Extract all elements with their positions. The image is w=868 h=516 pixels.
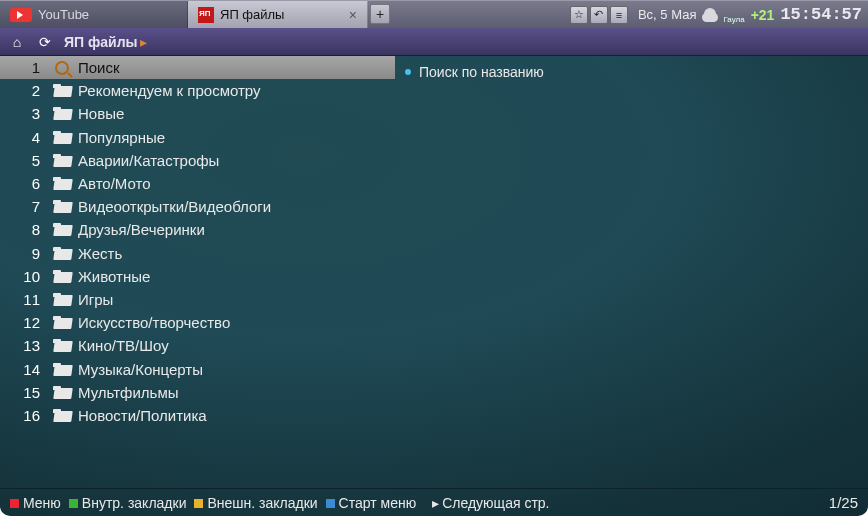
row-label: Рекомендуем к просмотру	[74, 82, 261, 99]
status-city: Гаула	[723, 15, 744, 24]
row-number: 10	[0, 268, 50, 285]
list-item[interactable]: 9Жесть	[0, 242, 395, 265]
folder-icon	[50, 293, 74, 306]
back-icon[interactable]: ↶	[590, 6, 608, 24]
folder-icon	[50, 223, 74, 236]
green-dot-icon	[69, 499, 78, 508]
folder-icon	[50, 154, 74, 167]
row-label: Популярные	[74, 129, 165, 146]
list-item[interactable]: 10Животные	[0, 265, 395, 288]
row-number: 1	[0, 59, 50, 76]
list-column: 1Поиск2Рекомендуем к просмотру3Новые4Поп…	[0, 56, 395, 488]
yellow-dot-icon	[194, 499, 203, 508]
chevron-right-icon: ▸	[140, 34, 147, 50]
list-item[interactable]: 15Мультфильмы	[0, 381, 395, 404]
row-label: Поиск	[74, 59, 120, 76]
folder-icon	[50, 107, 74, 120]
row-number: 12	[0, 314, 50, 331]
row-label: Аварии/Катастрофы	[74, 152, 219, 169]
row-number: 13	[0, 337, 50, 354]
row-label: Новости/Политика	[74, 407, 207, 424]
detail-description: Поиск по названию	[419, 64, 544, 80]
tab-label: YouTube	[38, 7, 89, 22]
folder-icon	[50, 339, 74, 352]
folder-icon	[50, 409, 74, 422]
new-tab-button[interactable]: +	[370, 4, 390, 24]
folder-icon	[50, 270, 74, 283]
list-item[interactable]: 3Новые	[0, 102, 395, 125]
row-number: 3	[0, 105, 50, 122]
list-item[interactable]: 13Кино/ТВ/Шоу	[0, 334, 395, 357]
folder-icon	[50, 363, 74, 376]
list-item[interactable]: 4Популярные	[0, 126, 395, 149]
arrow-right-icon: ▸	[432, 495, 439, 511]
row-label: Новые	[74, 105, 124, 122]
folder-icon	[50, 247, 74, 260]
row-number: 2	[0, 82, 50, 99]
folder-icon	[50, 131, 74, 144]
list-item[interactable]: 16Новости/Политика	[0, 404, 395, 427]
row-label: Жесть	[74, 245, 122, 262]
red-dot-icon	[10, 499, 19, 508]
tab-controls: ☆ ↶ ≡	[570, 1, 632, 28]
row-number: 7	[0, 198, 50, 215]
list-item[interactable]: 2Рекомендуем к просмотру	[0, 79, 395, 102]
legend-menu: Меню	[10, 495, 61, 511]
folder-icon	[50, 84, 74, 97]
blue-dot-icon	[326, 499, 335, 508]
folder-icon	[50, 316, 74, 329]
search-icon	[50, 61, 74, 75]
row-number: 15	[0, 384, 50, 401]
row-label: Игры	[74, 291, 113, 308]
list-item[interactable]: 8Друзья/Вечеринки	[0, 218, 395, 241]
row-number: 8	[0, 221, 50, 238]
list-item[interactable]: 7Видеооткрытки/Видеоблоги	[0, 195, 395, 218]
folder-icon	[50, 200, 74, 213]
list-item[interactable]: 14Музыка/Концерты	[0, 357, 395, 380]
detail-pane: Поиск по названию	[395, 56, 868, 488]
legend-internal-bookmarks: Внутр. закладки	[69, 495, 187, 511]
row-number: 6	[0, 175, 50, 192]
legend-bar: Меню Внутр. закладки Внешн. закладки Ста…	[0, 488, 868, 516]
row-label: Видеооткрытки/Видеоблоги	[74, 198, 271, 215]
legend-start-menu: Старт меню	[326, 495, 417, 511]
toolbar: ⌂ ⟳ ЯП файлы▸	[0, 28, 868, 56]
list-item[interactable]: 11Игры	[0, 288, 395, 311]
row-number: 5	[0, 152, 50, 169]
favorite-icon[interactable]: ☆	[570, 6, 588, 24]
list-item[interactable]: 5Аварии/Катастрофы	[0, 149, 395, 172]
close-tab-icon[interactable]: ×	[349, 7, 357, 23]
row-number: 14	[0, 361, 50, 378]
tab-yap-files[interactable]: ЯП файлы ×	[188, 1, 368, 28]
tab-bar: YouTube ЯП файлы × + ☆ ↶ ≡ Вс, 5 Мая Гау…	[0, 0, 868, 28]
menu-icon[interactable]: ≡	[610, 6, 628, 24]
page-indicator: 1/25	[829, 494, 858, 511]
tab-youtube[interactable]: YouTube	[0, 1, 188, 28]
row-label: Авто/Мото	[74, 175, 151, 192]
row-number: 4	[0, 129, 50, 146]
status-date: Вс, 5 Мая	[638, 7, 696, 22]
breadcrumb-label: ЯП файлы	[64, 34, 138, 50]
status-time: 15:54:57	[780, 5, 862, 24]
list-item[interactable]: 1Поиск	[0, 56, 395, 79]
row-label: Животные	[74, 268, 150, 285]
row-label: Музыка/Концерты	[74, 361, 203, 378]
list-item[interactable]: 12Искусство/творчество	[0, 311, 395, 334]
folder-icon	[50, 177, 74, 190]
tab-label: ЯП файлы	[220, 7, 284, 22]
status-temp: +21	[751, 7, 775, 23]
row-number: 9	[0, 245, 50, 262]
category-list: 1Поиск2Рекомендуем к просмотру3Новые4Поп…	[0, 56, 395, 427]
yap-icon	[198, 7, 214, 23]
row-number: 11	[0, 291, 50, 308]
row-label: Мультфильмы	[74, 384, 178, 401]
row-label: Искусство/творчество	[74, 314, 230, 331]
row-number: 16	[0, 407, 50, 424]
reload-icon[interactable]: ⟳	[36, 33, 54, 51]
list-item[interactable]: 6Авто/Мото	[0, 172, 395, 195]
legend-next-page[interactable]: ▸Следующая стр.	[424, 495, 549, 511]
breadcrumb: ЯП файлы▸	[64, 34, 147, 50]
home-icon[interactable]: ⌂	[8, 33, 26, 51]
folder-icon	[50, 386, 74, 399]
row-label: Друзья/Вечеринки	[74, 221, 205, 238]
